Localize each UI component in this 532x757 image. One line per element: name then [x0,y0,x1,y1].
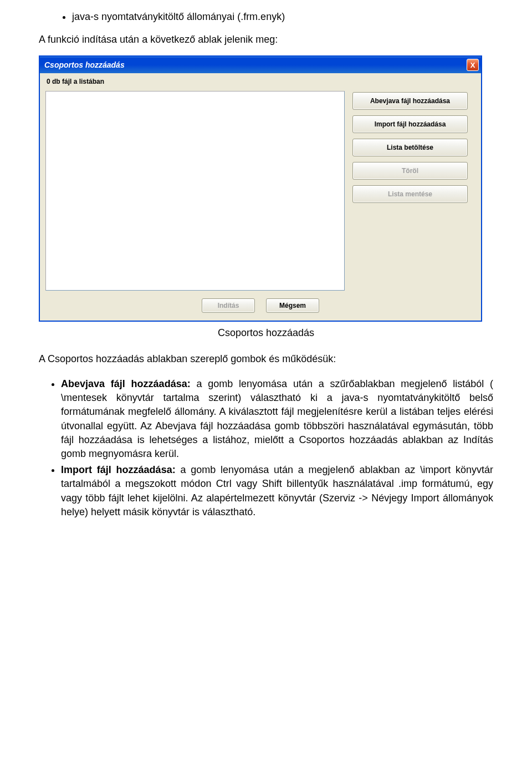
add-import-button[interactable]: Import fájl hozzáadása [352,115,468,133]
add-abevjava-button[interactable]: Abevjava fájl hozzáadása [352,92,468,110]
start-button: Indítás [202,298,255,313]
load-list-button[interactable]: Lista betöltése [352,139,468,156]
dialog-titlebar: Csoportos hozzáadás X [40,57,481,73]
desc-item-import: Import fájl hozzáadása: a gomb lenyomása… [61,463,493,519]
dialog-window: Csoportos hozzáadás X 0 db fájl a listáb… [39,55,482,322]
after-caption-paragraph: A Csoportos hozzáadás ablakban szereplő … [39,353,493,365]
file-count-label: 0 db fájl a listában [45,77,475,91]
delete-button: Töröl [352,162,468,180]
desc-item-abevjava: Abevjava fájl hozzáadása: a gomb lenyomá… [61,377,493,461]
desc-item-abevjava-text: a gomb lenyomása után a szűrőablakban me… [61,378,493,459]
dialog-title: Csoportos hozzáadás [44,60,125,69]
intro-bullet-item: java-s nyomtatványkitöltő állományai (.f… [72,11,493,23]
desc-item-abevjava-bold: Abevjava fájl hozzáadása: [61,378,196,389]
file-listbox[interactable] [45,91,345,291]
save-list-button: Lista mentése [352,185,468,203]
cancel-button[interactable]: Mégsem [266,298,319,313]
close-icon[interactable]: X [467,59,479,71]
desc-item-import-bold: Import fájl hozzáadása: [61,464,180,475]
intro-paragraph: A funkció indítása után a következő abla… [39,34,493,45]
figure-caption: Csoportos hozzáadás [39,327,493,339]
